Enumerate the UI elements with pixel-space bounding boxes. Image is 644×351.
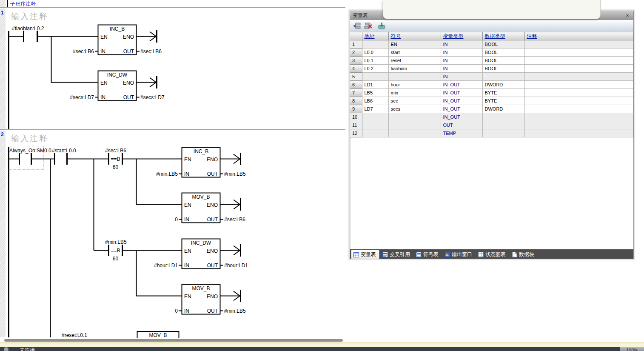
contact-reset[interactable]: #reset:L0.1 [62, 332, 87, 338]
operand-in[interactable]: 0 [175, 217, 178, 223]
operand-in[interactable]: #min:LB5 [156, 171, 178, 177]
inc-dw-box[interactable]: INC_DW EN ENO IN OUT #hour:LD1 #hour:LD1 [154, 239, 248, 269]
col-symbol[interactable]: 符号 [388, 32, 441, 40]
cell-symbol[interactable] [388, 129, 441, 137]
inc-b-box[interactable]: INC_B EN ENO IN OUT #sec:LB6 #sec:LB6 [73, 25, 162, 55]
contact-label[interactable]: #tiaobian:L0.2 [12, 26, 44, 31]
export-table-icon[interactable] [378, 22, 385, 30]
cell-symbol[interactable]: reset [388, 57, 441, 65]
row-number[interactable]: 10 [350, 113, 362, 121]
row-number[interactable]: 3 [350, 57, 362, 65]
cell-var-type[interactable]: IN_OUT [441, 89, 482, 97]
row-number[interactable]: 2 [350, 49, 362, 57]
cell-comment[interactable] [524, 129, 633, 137]
cell-data-type[interactable] [482, 121, 524, 129]
contact-tiaobian[interactable]: #tiaobian:L0.2 [9, 26, 98, 42]
delete-row-icon[interactable] [364, 23, 372, 29]
cell-comment[interactable] [524, 49, 633, 57]
operand-in[interactable]: 0 [175, 308, 178, 314]
cell-symbol[interactable]: sec [388, 97, 441, 105]
cell-var-type[interactable]: IN [441, 40, 482, 49]
row-number[interactable]: 7 [350, 89, 362, 97]
operand-out[interactable]: #secs:LD7 [140, 94, 165, 100]
compare-value[interactable]: 60 [113, 164, 119, 170]
col-var-type[interactable]: 变量类型 [441, 32, 482, 40]
cell-data-type[interactable]: BOOL [482, 49, 524, 57]
cell-data-type[interactable]: BOOL [482, 40, 524, 49]
compare-value[interactable]: 60 [113, 256, 119, 262]
col-comment[interactable]: 注释 [524, 32, 633, 40]
compare-sec-60[interactable]: #sec:LB6 ==B 60 [105, 148, 182, 170]
cell-data-type[interactable]: DWORD [482, 105, 524, 113]
contact-always-on[interactable]: Always_On:SM0.0 [9, 148, 54, 165]
cell-comment[interactable] [524, 121, 633, 129]
col-data-type[interactable]: 数据类型 [482, 32, 524, 40]
operand-out[interactable]: #hour:LD1 [224, 263, 248, 268]
tab-variable-table[interactable]: 变量表 [351, 250, 379, 259]
close-icon[interactable]: × [624, 13, 631, 19]
col-address[interactable]: 地址 [362, 32, 388, 40]
cell-data-type[interactable]: BYTE [482, 97, 524, 105]
cell-data-type[interactable]: BOOL [482, 57, 524, 65]
operand-in[interactable]: #secs:LD7 [70, 94, 94, 100]
cell-var-type[interactable]: IN_OUT [441, 97, 482, 105]
operand-out[interactable]: #min:LB5 [224, 171, 246, 177]
row-number[interactable]: 12 [350, 129, 362, 137]
compare-min-60[interactable]: #min:LB5 ==B 60 [105, 239, 182, 262]
cell-address[interactable]: LD1 [362, 81, 388, 89]
compare-operand[interactable]: #sec:LB6 [105, 148, 126, 154]
cell-symbol[interactable]: tiaobian [388, 65, 441, 73]
tab-data-block[interactable]: 数据块 [510, 250, 537, 259]
cell-var-type[interactable]: OUT [441, 121, 482, 129]
cell-address[interactable] [362, 121, 388, 129]
operand-out[interactable]: #sec:LB6 [224, 217, 245, 223]
cell-var-type[interactable]: IN [441, 73, 482, 81]
cell-symbol[interactable]: start [388, 49, 441, 57]
cell-comment[interactable] [524, 40, 633, 49]
row-number[interactable]: 11 [350, 121, 362, 129]
horizontal-scrollbar[interactable] [4, 339, 343, 342]
operand-in[interactable]: #sec:LB6 [73, 49, 94, 54]
cell-var-type[interactable]: IN [441, 65, 482, 73]
cell-address[interactable] [362, 113, 388, 121]
tab-output-window[interactable]: 输出窗口 [442, 250, 475, 259]
row-number[interactable]: 8 [350, 97, 362, 105]
zoom-level-box[interactable]: 100% [620, 347, 644, 351]
contact-start[interactable]: #start:L0.0 [52, 148, 108, 165]
cell-var-type[interactable]: IN_OUT [441, 81, 482, 89]
cell-data-type[interactable]: DWORD [482, 81, 524, 89]
cell-comment[interactable] [524, 81, 633, 89]
cell-address[interactable] [362, 40, 388, 49]
cell-comment[interactable] [524, 97, 633, 105]
cell-address[interactable]: L0.0 [362, 49, 388, 57]
cell-var-type[interactable]: TEMP [441, 129, 482, 137]
tab-cross-reference[interactable]: 交叉引用 [380, 250, 413, 259]
cell-data-type[interactable]: BOOL [482, 65, 524, 73]
cell-data-type[interactable] [482, 113, 524, 121]
cell-address[interactable]: LD7 [362, 105, 388, 113]
cell-symbol[interactable]: EN [388, 40, 441, 49]
contact-label[interactable]: Always_On:SM0.0 [9, 148, 51, 154]
cell-comment[interactable] [524, 105, 633, 113]
contact-label[interactable]: #start:L0.0 [52, 148, 76, 154]
tab-status-chart[interactable]: 状态图表 [476, 250, 509, 259]
compare-operand[interactable]: #min:LB5 [105, 239, 127, 245]
cell-comment[interactable] [524, 89, 633, 97]
contact-label[interactable]: #reset:L0.1 [62, 332, 87, 338]
cell-symbol[interactable]: min [388, 89, 441, 97]
row-number[interactable]: 6 [350, 81, 362, 89]
insert-row-icon[interactable] [353, 23, 361, 29]
cell-address[interactable]: L0.1 [362, 57, 388, 65]
cell-address[interactable]: LB5 [362, 89, 388, 97]
cell-symbol[interactable] [388, 121, 441, 129]
cell-address[interactable] [362, 129, 388, 137]
cell-address[interactable]: LB6 [362, 97, 388, 105]
cell-comment[interactable] [524, 57, 633, 65]
cell-var-type[interactable]: IN [441, 49, 482, 57]
row-number[interactable]: 5 [350, 73, 362, 81]
cell-symbol[interactable] [388, 113, 441, 121]
cell-symbol[interactable]: secs [388, 105, 441, 113]
inc-dw-box[interactable]: INC_DW EN ENO IN OUT #secs:LD7 #secs:LD7 [70, 71, 165, 101]
cell-data-type[interactable]: BYTE [482, 89, 524, 97]
inc-b-box[interactable]: INC_B EN ENO IN OUT #min:LB5 #min:LB5 [156, 148, 246, 177]
